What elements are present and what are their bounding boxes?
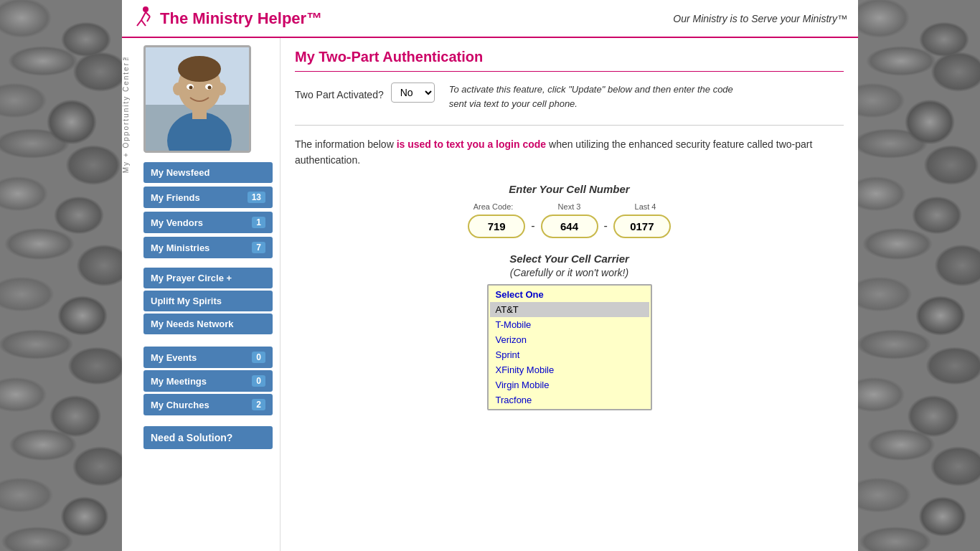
nav-events[interactable]: My Events 0 [143,347,273,368]
svg-line-5 [147,17,150,22]
nav-meetings-badge: 0 [252,375,265,387]
body-area: My + Opportunity Center™ [122,38,858,551]
two-part-row: Two Part Activated? No Yes To activate t… [295,83,844,110]
nav-needs-label: My Needs Network [151,319,234,329]
two-part-activated-label: Two Part Activated? [295,89,384,100]
section-divider-1 [295,125,844,126]
last4-input[interactable] [613,215,671,238]
phone-inputs-row: - - [295,215,844,238]
nav-prayer-circle[interactable]: My Prayer Circle + [143,268,273,288]
svg-point-0 [143,6,149,12]
nav-event-group: My Events 0 My Meetings 0 My Churches 2 [129,347,273,415]
carrier-option-tmobile[interactable]: T-Mobile [490,317,649,332]
nav-events-badge: 0 [252,352,265,363]
logo-icon [133,6,154,31]
nav-vendors-badge: 1 [252,217,265,228]
svg-line-1 [141,12,146,20]
info-text-1: The information below [295,138,397,150]
nav-friends-label: My Friends [151,192,200,203]
area-code-label: Area Code: [465,202,522,211]
nav-meetings[interactable]: My Meetings 0 [143,370,273,392]
info-text-highlight: is used to text you a login code [397,138,546,150]
svg-line-3 [141,20,146,26]
carrier-option-verizon[interactable]: Verizon [490,332,649,347]
info-text: The information below is used to text yo… [295,136,844,169]
svg-rect-17 [192,108,207,119]
nav-churches[interactable]: My Churches 2 [143,394,273,415]
svg-point-14 [189,86,193,90]
site-title: The Ministry Helper™ [160,9,322,28]
svg-line-2 [137,20,141,26]
nav-meetings-label: My Meetings [151,376,207,387]
carrier-option-att[interactable]: AT&T [490,302,649,317]
nav-needs-network[interactable]: My Needs Network [143,314,273,334]
nav-uplift-label: Uplift My Spirits [151,296,222,306]
last4-label: Last 4 [617,202,674,211]
nav-newsfeed[interactable]: My Newsfeed [143,162,273,183]
need-solution-label: Need a Solution? [151,432,232,443]
carrier-title: Select Your Cell Carrier [295,253,844,265]
svg-point-15 [208,86,212,90]
carrier-subtitle: (Carefully or it won't work!) [295,267,844,278]
phone-labels-row: Area Code: Next 3 Last 4 [295,202,844,211]
nav-vendors-label: My Vendors [151,217,203,228]
nav-vendors[interactable]: My Vendors 1 [143,212,273,233]
two-part-info: To activate this feature, click "Update"… [449,83,736,110]
carrier-option-virgin[interactable]: Virgin Mobile [490,377,649,392]
svg-line-4 [146,12,150,17]
carrier-option-tracfone[interactable]: Tracfone [490,392,649,408]
carrier-select[interactable]: Select One AT&T T-Mobile Verizon Sprint … [487,284,652,410]
carrier-select-wrapper: Select One AT&T T-Mobile Verizon Sprint … [487,284,652,410]
phone-dash-2: - [602,220,610,232]
main-content: The Ministry Helper™ Our Ministry is to … [122,0,858,551]
svg-point-10 [173,83,183,95]
nav-ministries-badge: 7 [252,242,265,253]
nav-ministries[interactable]: My Ministries 7 [143,237,273,258]
two-part-select[interactable]: No Yes [391,83,435,103]
two-part-control: Two Part Activated? No Yes [295,83,435,103]
carrier-option-sprint[interactable]: Sprint [490,347,649,362]
need-solution-button[interactable]: Need a Solution? [143,426,273,449]
title-divider [295,71,844,72]
carrier-option-metro[interactable]: Metro PCS [490,408,649,410]
header-left: The Ministry Helper™ [133,6,322,31]
stone-wall-left [0,0,122,551]
svg-point-9 [178,56,221,82]
nav-plain-group: My Prayer Circle + Uplift My Spirits My … [129,268,273,334]
nav-churches-label: My Churches [151,400,209,410]
nav-newsfeed-label: My Newsfeed [151,167,209,178]
phone-dash-1: - [529,220,537,232]
profile-photo [143,45,251,153]
cell-number-title: Enter Your Cell Number [295,183,844,195]
content-area: My Two-Part Authentication Two Part Acti… [280,38,858,551]
profile-image [146,47,249,151]
header: The Ministry Helper™ Our Ministry is to … [122,0,858,38]
nav-churches-badge: 2 [252,399,265,410]
svg-point-11 [216,83,226,95]
nav-ministries-label: My Ministries [151,242,209,253]
carrier-section: Select Your Cell Carrier (Carefully or i… [295,253,844,410]
next3-input[interactable] [541,215,598,238]
nav-uplift[interactable]: Uplift My Spirits [143,291,273,311]
carrier-option-xfinity[interactable]: XFinity Mobile [490,362,649,377]
sidebar: My + Opportunity Center™ [122,38,280,551]
area-code-input[interactable] [468,215,525,238]
nav-prayer-circle-label: My Prayer Circle + [151,273,232,283]
header-tagline: Our Ministry is to Serve your Ministry™ [673,13,847,24]
nav-friends-badge: 13 [248,192,265,203]
carrier-option-select-one[interactable]: Select One [490,287,649,302]
nav-events-label: My Events [151,352,197,363]
next3-label: Next 3 [541,202,598,211]
page-title: My Two-Part Authentication [295,49,844,65]
sidebar-vertical-label: My + Opportunity Center™ [122,52,131,173]
cell-number-section: Enter Your Cell Number Area Code: Next 3… [295,183,844,238]
stone-wall-right [858,0,980,551]
nav-friends[interactable]: My Friends 13 [143,187,273,208]
